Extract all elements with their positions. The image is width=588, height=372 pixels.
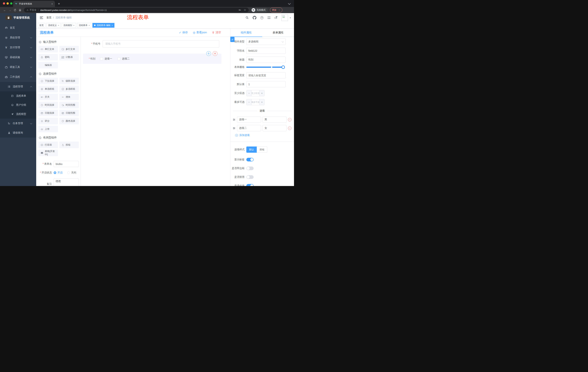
tag-process-model[interactable]: 流程模型 ×: [62, 23, 76, 28]
palette-item-row-container[interactable]: 行容器: [38, 142, 58, 148]
address-bar[interactable]: ⚠ 不安全 dashboard.yudao.iocoder.cn /bpm/ma…: [24, 8, 249, 12]
gender-option-1[interactable]: 选项一: [100, 57, 112, 60]
sidebar-item-task-mgmt[interactable]: 任务管理: [0, 119, 36, 128]
update-label[interactable]: 更新: [272, 9, 276, 12]
new-tab-button[interactable]: +: [56, 1, 62, 6]
browser-update-button[interactable]: 更新 ⋮: [270, 8, 282, 12]
sidebar-item-workflow[interactable]: 工作流程: [0, 72, 36, 82]
slider-thumb[interactable]: [282, 65, 285, 69]
option-value-input[interactable]: [262, 117, 286, 123]
save-button[interactable]: ✓ 保存: [179, 31, 188, 34]
disabled-toggle[interactable]: [246, 175, 254, 179]
default-value-input[interactable]: [246, 81, 286, 87]
palette-item-date-picker[interactable]: 日期选择: [38, 110, 58, 116]
add-option-button[interactable]: + 添加选项: [235, 134, 294, 137]
copy-component-button[interactable]: [206, 51, 211, 56]
option-label-input[interactable]: [237, 125, 261, 131]
not-secure-warning-icon[interactable]: ⚠: [27, 9, 29, 11]
label-width-input[interactable]: [246, 72, 286, 78]
max-select-value[interactable]: 最多可选: [252, 99, 259, 105]
sidebar-item-infra[interactable]: 基础设施: [0, 53, 36, 62]
status-radio-on[interactable]: 开启: [54, 171, 63, 174]
required-toggle[interactable]: [246, 184, 254, 186]
stepper-increase-button[interactable]: +: [259, 99, 264, 105]
tag-close-icon[interactable]: ×: [58, 24, 59, 26]
style-default-button[interactable]: 默认: [246, 147, 257, 153]
form-name-input[interactable]: [54, 161, 79, 167]
palette-item-button[interactable]: 按钮: [59, 142, 79, 148]
palette-item-cascader[interactable]: 级联选择: [59, 78, 79, 84]
home-icon[interactable]: [18, 9, 22, 11]
gender-option-2[interactable]: 选项二: [117, 57, 129, 60]
reload-icon[interactable]: [12, 9, 18, 11]
palette-item-multi-text[interactable]: 多行文本: [59, 46, 79, 53]
sidebar-item-process-mgmt[interactable]: 流程管理: [0, 82, 36, 91]
tab-search-chevron-icon[interactable]: [288, 2, 291, 5]
sidebar-item-home[interactable]: 首页: [0, 23, 36, 33]
palette-item-switch[interactable]: 开关: [38, 94, 58, 100]
avatar[interactable]: [282, 14, 288, 21]
tab-component-props[interactable]: 组件属性: [230, 29, 262, 37]
github-icon[interactable]: [253, 16, 256, 20]
field-name-input[interactable]: [246, 48, 286, 54]
canvas-field-phone[interactable]: *手机号 请输入手机号: [83, 40, 219, 47]
drag-handle-icon[interactable]: [232, 118, 236, 121]
avatar-caret-icon[interactable]: ▾: [290, 17, 291, 19]
palette-item-slider[interactable]: 滑块: [59, 94, 79, 100]
tag-process-form-edit[interactable]: 流程表单-编辑 ×: [92, 23, 114, 28]
option-value-input[interactable]: [262, 125, 286, 131]
form-remark-textarea[interactable]: 嘿嘿: [54, 178, 79, 186]
title-input[interactable]: [246, 57, 286, 63]
view-json-button[interactable]: ◎ 查看json: [193, 31, 207, 34]
breadcrumb-home[interactable]: 首页: [46, 16, 52, 19]
palette-item-time-picker[interactable]: 时间选择: [38, 102, 58, 108]
status-radio-off[interactable]: 关闭: [67, 171, 76, 174]
tag-close-icon[interactable]: ×: [89, 24, 90, 26]
palette-item-table[interactable]: 表格[开发中]: [38, 149, 58, 156]
delete-component-button[interactable]: [213, 51, 217, 56]
forward-icon[interactable]: →: [7, 9, 12, 12]
sidebar-item-devtools[interactable]: 研发工具: [0, 62, 36, 72]
search-icon[interactable]: [245, 16, 249, 19]
browser-tab[interactable]: 芋道管理系统 ×: [13, 1, 55, 7]
link-handle-button[interactable]: [230, 37, 234, 42]
palette-item-rate[interactable]: 评分: [38, 118, 58, 124]
option-label-input[interactable]: [237, 117, 261, 123]
tab-form-props[interactable]: 表单属性: [262, 29, 294, 37]
fullscreen-icon[interactable]: [267, 16, 271, 19]
min-select-value[interactable]: 至少应选: [252, 90, 259, 96]
palette-item-select[interactable]: 下拉选择: [38, 78, 58, 84]
tag-home[interactable]: 首页: [38, 23, 45, 28]
sidebar-item-process-form[interactable]: 流程表单: [0, 91, 36, 100]
tab-close-icon[interactable]: ×: [51, 2, 53, 5]
phone-input[interactable]: 请输入手机号: [103, 40, 219, 47]
palette-item-time-range[interactable]: 时间范围: [59, 102, 79, 108]
checkbox-icon[interactable]: [117, 57, 120, 60]
drag-handle-icon[interactable]: [232, 127, 236, 130]
sidebar-item-user-group[interactable]: 用户分组: [0, 100, 36, 110]
sidebar-logo[interactable]: 芋道管理系统: [0, 13, 36, 22]
stepper-increase-button[interactable]: +: [259, 90, 264, 96]
url-domain[interactable]: dashboard.yudao.iocoder.cn: [40, 9, 70, 11]
style-button-button[interactable]: 按钮: [257, 147, 267, 153]
remove-option-button[interactable]: −: [288, 127, 292, 130]
bookmark-star-icon[interactable]: ☆: [244, 8, 246, 12]
font-size-icon[interactable]: TT: [274, 16, 277, 19]
close-window-button[interactable]: [3, 2, 5, 5]
canvas-field-gender-selected[interactable]: *性别 选项一 选项二: [83, 54, 221, 64]
tag-process-definition[interactable]: 流程定义 ×: [46, 23, 61, 28]
checkbox-icon[interactable]: [100, 57, 103, 60]
palette-item-radio-group[interactable]: 单选框组: [38, 86, 58, 92]
url-path[interactable]: /bpm/manager/form/edit?formId=11: [70, 9, 107, 11]
form-grid-slider[interactable]: [246, 67, 284, 68]
sidebar-item-payment[interactable]: ¥ 支付管理: [0, 43, 36, 53]
border-toggle[interactable]: [246, 167, 254, 170]
zoom-window-button[interactable]: [10, 2, 12, 5]
show-label-toggle[interactable]: [246, 158, 254, 161]
sidebar-item-process-model[interactable]: 流程模型: [0, 110, 36, 119]
browser-menu-icon[interactable]: ⋮: [278, 9, 280, 11]
sidebar-item-leave-query[interactable]: 请假查询: [0, 128, 36, 138]
minimize-window-button[interactable]: [7, 2, 9, 5]
palette-item-date-range[interactable]: 日期范围: [59, 110, 79, 116]
password-key-icon[interactable]: [238, 9, 241, 11]
